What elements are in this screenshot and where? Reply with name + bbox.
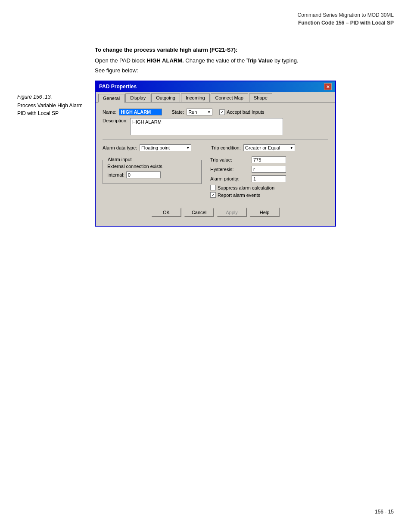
trip-value-input[interactable] (252, 156, 286, 163)
state-dropdown[interactable]: Run ▼ (187, 109, 212, 115)
description-value: HIGH ALARM (132, 119, 162, 124)
page-number: 156 - 15 (375, 509, 394, 515)
see-figure: See figure below: (95, 67, 394, 74)
name-label: Name: (103, 109, 116, 115)
report-label: Report alarm events (218, 193, 260, 198)
description-label: Description: (103, 118, 128, 123)
trip-value-row: Trip value: (210, 156, 328, 163)
ext-conn-row: External connection exists (107, 164, 197, 169)
accept-bad-inputs-row: Accept bad inputs (219, 109, 264, 115)
dialog-titlebar: PAD Properties ✕ (96, 81, 335, 92)
dialog-footer: OK Cancel Apply Help (103, 204, 328, 221)
report-checkbox[interactable]: ✓ (210, 192, 216, 198)
name-state-row: Name: State: Run ▼ Accept bad inputs (103, 109, 328, 115)
trip-condition-label: Trip condition: (211, 145, 241, 150)
tab-connect-map[interactable]: Connect Map (211, 93, 248, 102)
suppress-checkbox[interactable] (210, 185, 216, 190)
two-col-section: Alarm input External connection exists I… (103, 156, 328, 199)
bold-trip-value: Trip Value (246, 57, 273, 64)
alarm-input-title: Alarm input (106, 157, 133, 162)
alarm-priority-label: Alarm priority: (210, 176, 249, 181)
hysteresis-label: Hysteresis: (210, 167, 249, 172)
suppress-label: Suppress alarm calculation (218, 185, 274, 190)
report-row: ✓ Report alarm events (210, 192, 328, 198)
figure-label: Figure 156 .13. Process Variable High Al… (17, 94, 86, 118)
bold-high-alarm: HIGH ALARM. (146, 57, 184, 64)
alarm-input-group: Alarm input External connection exists I… (103, 160, 202, 184)
dialog-tabs: General Display Outgoing Incoming Connec… (96, 92, 335, 103)
suppress-row: Suppress alarm calculation (210, 185, 328, 190)
description-row: Description: HIGH ALARM (103, 118, 328, 135)
ok-button[interactable]: OK (151, 208, 181, 217)
help-button[interactable]: Help (249, 208, 280, 217)
page-header: Command Series Migration to MOD 30ML Fun… (298, 12, 394, 26)
pad-properties-dialog: PAD Properties ✕ General Display Outgoin… (95, 81, 336, 227)
internal-row: Internal: (107, 171, 197, 178)
alarm-data-type-label: Alarm data type: (103, 145, 137, 150)
tab-display[interactable]: Display (125, 93, 150, 102)
apply-button[interactable]: Apply (217, 208, 247, 217)
tab-outgoing[interactable]: Outgoing (151, 93, 180, 102)
accept-bad-inputs-label: Accept bad inputs (227, 109, 264, 115)
description-input[interactable]: HIGH ALARM (130, 118, 283, 135)
right-column: Trip value: Hysteresis: Alarm priority: (210, 156, 328, 199)
header-title: Command Series Migration to MOD 30ML (298, 12, 394, 18)
left-column: Alarm input External connection exists I… (103, 156, 202, 199)
figure-caption2: PID with Local SP (17, 110, 86, 116)
alarm-data-type-dropdown[interactable]: Floating point ▼ (140, 144, 191, 151)
dialog-close-button[interactable]: ✕ (324, 83, 332, 90)
accept-bad-inputs-checkbox[interactable] (219, 109, 225, 115)
name-input[interactable] (119, 109, 162, 115)
dialog-body: Name: State: Run ▼ Accept bad inputs Des… (96, 103, 335, 226)
trip-value-label: Trip value: (210, 157, 249, 162)
ext-conn-label: External connection exists (107, 164, 162, 169)
figure-number: Figure 156 .13. (17, 94, 86, 100)
internal-input[interactable] (126, 171, 161, 178)
separator1 (103, 140, 328, 140)
dialog-title: PAD Properties (99, 84, 137, 90)
hysteresis-input[interactable] (252, 166, 286, 173)
state-value: Run (188, 109, 197, 115)
tab-general[interactable]: General (98, 94, 125, 103)
figure-caption1: Process Variable High Alarm (17, 103, 86, 109)
trip-condition-value: Greater or Equal (245, 145, 280, 150)
cancel-button[interactable]: Cancel (184, 208, 214, 217)
trip-condition-arrow: ▼ (290, 146, 293, 150)
alarm-priority-input[interactable] (252, 175, 286, 182)
state-label: State: (171, 109, 184, 115)
trip-condition-dropdown[interactable]: Greater or Equal ▼ (243, 144, 295, 151)
alarm-data-type-value: Floating point (141, 145, 170, 150)
section-heading: To change the process variable high alar… (95, 47, 394, 53)
body-text: Open the PAD block HIGH ALARM. Change th… (95, 57, 394, 64)
tab-incoming[interactable]: Incoming (181, 93, 210, 102)
alarm-data-type-arrow: ▼ (186, 146, 190, 150)
content-area: To change the process variable high alar… (95, 47, 394, 227)
alarm-priority-row: Alarm priority: (210, 175, 328, 182)
internal-label: Internal: (107, 172, 125, 177)
state-dropdown-arrow: ▼ (207, 110, 211, 114)
tab-shape[interactable]: Shape (249, 93, 272, 102)
hysteresis-row: Hysteresis: (210, 166, 328, 173)
header-subtitle: Function Code 156 – PID with Local SP (298, 20, 394, 26)
alarm-data-type-row: Alarm data type: Floating point ▼ Trip c… (103, 144, 328, 151)
